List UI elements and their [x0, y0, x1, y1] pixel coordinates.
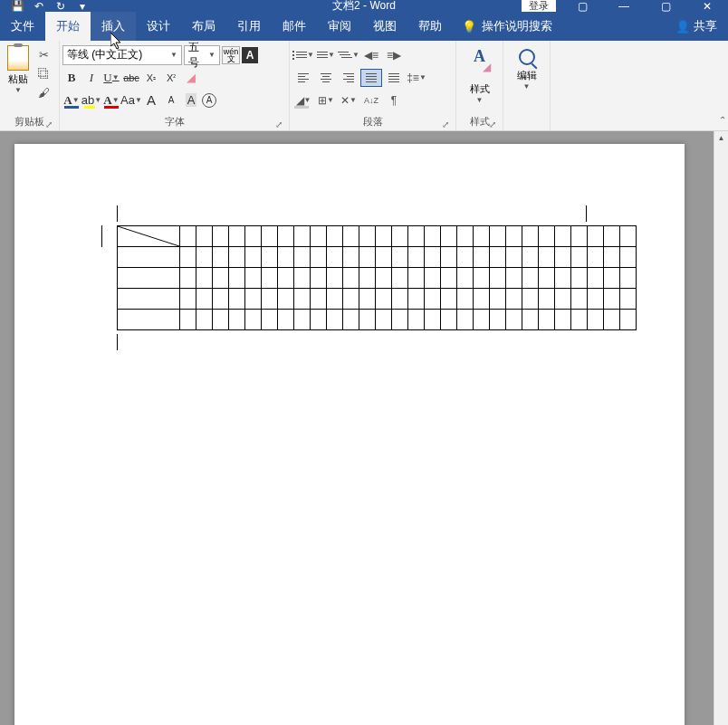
italic-button[interactable]: I	[82, 69, 101, 87]
decrease-indent-button[interactable]: ◀≡	[360, 46, 382, 64]
table-cell[interactable]	[180, 268, 196, 289]
table-cell[interactable]	[425, 289, 441, 310]
asian-layout-button[interactable]: ✕▼	[338, 91, 359, 110]
table-cell[interactable]	[490, 226, 506, 247]
table-cell[interactable]	[343, 247, 359, 268]
shrink-font-button[interactable]: A	[162, 91, 180, 110]
styles-button[interactable]: A ◢ 样式 ▼	[459, 43, 500, 104]
bullets-button[interactable]: ▼	[292, 46, 314, 64]
line-spacing-button[interactable]: ‡≡▼	[406, 69, 427, 87]
table-cell[interactable]	[376, 310, 392, 330]
table-cell[interactable]	[245, 289, 262, 310]
table-cell[interactable]	[294, 268, 311, 289]
table-cell[interactable]	[539, 268, 555, 289]
table-cell[interactable]	[539, 289, 555, 310]
tab-references[interactable]: 引用	[226, 12, 272, 41]
font-launcher-icon[interactable]: ⤢	[273, 118, 284, 129]
distribute-button[interactable]	[383, 69, 405, 87]
table-cell[interactable]	[376, 289, 392, 310]
minimize-button[interactable]: —	[603, 0, 645, 12]
table-cell[interactable]	[588, 289, 604, 310]
table-cell[interactable]	[506, 247, 522, 268]
table-cell[interactable]	[522, 310, 539, 330]
table-cell[interactable]	[620, 247, 637, 268]
tell-me-search[interactable]: 💡 操作说明搜索	[453, 12, 561, 41]
table-cell[interactable]	[359, 226, 376, 247]
table-cell[interactable]	[555, 247, 571, 268]
table-cell[interactable]	[425, 310, 441, 330]
table-cell[interactable]	[408, 310, 425, 330]
change-case-button[interactable]: Aa▼	[122, 91, 140, 110]
table-cell[interactable]	[392, 247, 408, 268]
table-cell[interactable]	[474, 268, 490, 289]
table-cell[interactable]	[555, 289, 571, 310]
table-cell[interactable]	[343, 268, 359, 289]
login-button[interactable]: 登录	[522, 0, 556, 12]
table-cell[interactable]	[196, 289, 213, 310]
table-header-cell[interactable]	[118, 226, 180, 247]
table-cell[interactable]	[408, 247, 425, 268]
table-cell[interactable]	[311, 310, 327, 330]
table-cell[interactable]	[229, 289, 245, 310]
table-cell[interactable]	[457, 268, 474, 289]
restore-button[interactable]: ▢	[645, 0, 686, 12]
table-cell[interactable]	[457, 247, 474, 268]
table-cell[interactable]	[588, 247, 604, 268]
table-cell[interactable]	[620, 268, 637, 289]
multilevel-button[interactable]: ▼	[338, 46, 359, 64]
tab-view[interactable]: 视图	[362, 12, 407, 41]
table-cell[interactable]	[376, 268, 392, 289]
table-cell[interactable]	[392, 289, 408, 310]
table-cell[interactable]	[376, 247, 392, 268]
table-header-cell[interactable]	[118, 247, 180, 268]
table-header-cell[interactable]	[118, 310, 180, 330]
table-cell[interactable]	[278, 310, 294, 330]
table-cell[interactable]	[229, 268, 245, 289]
table-cell[interactable]	[539, 226, 555, 247]
vertical-scrollbar[interactable]: ▲	[714, 131, 728, 725]
table-cell[interactable]	[571, 310, 588, 330]
table-cell[interactable]	[278, 247, 294, 268]
numbering-button[interactable]: ▼	[315, 46, 337, 64]
table-cell[interactable]	[359, 247, 376, 268]
font-size-combo[interactable]: 五号 ▼	[184, 45, 220, 65]
table-cell[interactable]	[245, 226, 262, 247]
table-cell[interactable]	[311, 268, 327, 289]
table-cell[interactable]	[294, 289, 311, 310]
table-cell[interactable]	[425, 247, 441, 268]
shading-button[interactable]: ◢▼	[292, 91, 314, 110]
strikethrough-button[interactable]: abc	[122, 69, 140, 87]
table-cell[interactable]	[474, 310, 490, 330]
table-cell[interactable]	[441, 310, 457, 330]
table-cell[interactable]	[180, 289, 196, 310]
collapse-ribbon-icon[interactable]: ⌃	[719, 115, 726, 125]
table-cell[interactable]	[457, 310, 474, 330]
table-cell[interactable]	[588, 268, 604, 289]
table-cell[interactable]	[490, 268, 506, 289]
undo-icon[interactable]: ↶	[29, 0, 49, 12]
table-cell[interactable]	[327, 268, 343, 289]
copy-button[interactable]: ⿻	[35, 66, 52, 81]
table-cell[interactable]	[311, 289, 327, 310]
table-cell[interactable]	[474, 226, 490, 247]
table-cell[interactable]	[376, 226, 392, 247]
table-cell[interactable]	[555, 268, 571, 289]
table-cell[interactable]	[278, 226, 294, 247]
table-cell[interactable]	[522, 268, 539, 289]
table-cell[interactable]	[506, 310, 522, 330]
table-cell[interactable]	[294, 226, 311, 247]
table-cell[interactable]	[425, 226, 441, 247]
table-cell[interactable]	[196, 226, 213, 247]
table-cell[interactable]	[359, 289, 376, 310]
document-table[interactable]	[117, 225, 637, 330]
underline-button[interactable]: U▼	[102, 69, 120, 87]
paragraph-launcher-icon[interactable]: ⤢	[440, 118, 451, 129]
table-cell[interactable]	[441, 247, 457, 268]
table-cell[interactable]	[343, 289, 359, 310]
styles-launcher-icon[interactable]: ⤢	[487, 118, 498, 129]
table-cell[interactable]	[408, 226, 425, 247]
text-effects-button[interactable]: A▼	[62, 91, 81, 110]
table-cell[interactable]	[555, 310, 571, 330]
close-button[interactable]: ✕	[686, 0, 728, 12]
table-cell[interactable]	[294, 247, 311, 268]
